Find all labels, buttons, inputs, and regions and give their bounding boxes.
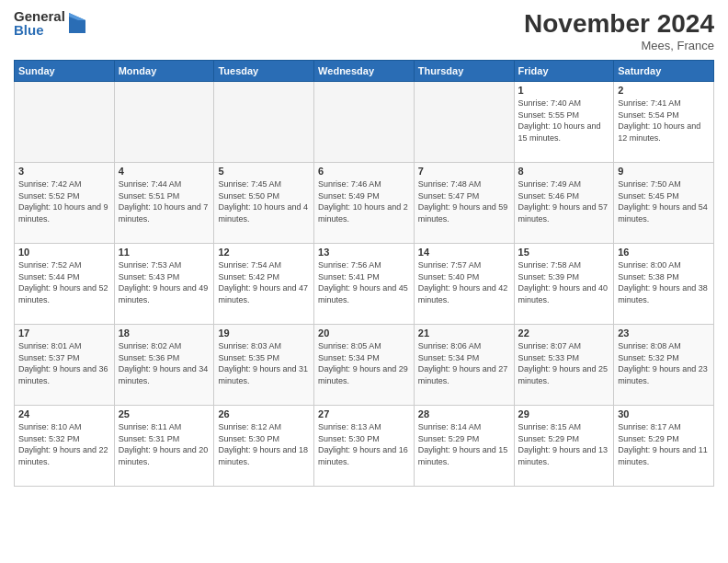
day-number: 2 <box>618 85 710 96</box>
day-info: Sunrise: 8:00 AMSunset: 5:38 PMDaylight:… <box>618 259 710 305</box>
logo-general: General <box>14 9 65 23</box>
calendar-cell: 5Sunrise: 7:45 AMSunset: 5:50 PMDaylight… <box>214 163 314 244</box>
calendar-cell: 27Sunrise: 8:13 AMSunset: 5:30 PMDayligh… <box>314 406 415 487</box>
day-number: 5 <box>218 166 310 177</box>
header-friday: Friday <box>514 61 614 82</box>
calendar-cell: 8Sunrise: 7:49 AMSunset: 5:46 PMDaylight… <box>514 163 614 244</box>
day-info: Sunrise: 8:15 AMSunset: 5:29 PMDaylight:… <box>518 421 610 467</box>
calendar-cell <box>15 82 115 163</box>
calendar-cell: 6Sunrise: 7:46 AMSunset: 5:49 PMDaylight… <box>314 163 415 244</box>
day-info: Sunrise: 7:52 AMSunset: 5:44 PMDaylight:… <box>18 259 110 305</box>
day-number: 20 <box>318 327 410 339</box>
day-number: 15 <box>518 247 610 258</box>
calendar-cell <box>414 82 514 163</box>
calendar-cell: 23Sunrise: 8:08 AMSunset: 5:32 PMDayligh… <box>614 325 714 406</box>
day-number: 28 <box>418 408 510 419</box>
header-wednesday: Wednesday <box>314 61 415 82</box>
calendar-cell: 24Sunrise: 8:10 AMSunset: 5:32 PMDayligh… <box>15 406 115 487</box>
day-info: Sunrise: 8:02 AMSunset: 5:36 PMDaylight:… <box>119 340 210 386</box>
day-info: Sunrise: 8:11 AMSunset: 5:31 PMDaylight:… <box>119 421 210 467</box>
calendar-cell: 15Sunrise: 7:58 AMSunset: 5:39 PMDayligh… <box>514 244 614 325</box>
day-info: Sunrise: 7:56 AMSunset: 5:41 PMDaylight:… <box>318 259 410 305</box>
calendar-cell: 1Sunrise: 7:40 AMSunset: 5:55 PMDaylight… <box>514 82 614 163</box>
calendar-cell: 11Sunrise: 7:53 AMSunset: 5:43 PMDayligh… <box>114 244 214 325</box>
calendar-cell: 4Sunrise: 7:44 AMSunset: 5:51 PMDaylight… <box>114 163 214 244</box>
logo-blue: Blue <box>14 23 65 37</box>
header-thursday: Thursday <box>414 61 514 82</box>
calendar-table: Sunday Monday Tuesday Wednesday Thursday… <box>14 60 714 487</box>
day-number: 25 <box>119 408 210 419</box>
day-info: Sunrise: 8:14 AMSunset: 5:29 PMDaylight:… <box>418 421 510 467</box>
day-number: 22 <box>518 327 610 339</box>
calendar-cell: 12Sunrise: 7:54 AMSunset: 5:42 PMDayligh… <box>214 244 314 325</box>
calendar-cell: 22Sunrise: 8:07 AMSunset: 5:33 PMDayligh… <box>514 325 614 406</box>
day-number: 29 <box>518 408 610 419</box>
day-info: Sunrise: 8:07 AMSunset: 5:33 PMDaylight:… <box>518 340 610 386</box>
day-number: 11 <box>119 247 210 258</box>
calendar-cell: 28Sunrise: 8:14 AMSunset: 5:29 PMDayligh… <box>414 406 514 487</box>
calendar-cell <box>114 82 214 163</box>
day-info: Sunrise: 8:08 AMSunset: 5:32 PMDaylight:… <box>618 340 710 386</box>
calendar-cell: 29Sunrise: 8:15 AMSunset: 5:29 PMDayligh… <box>514 406 614 487</box>
logo: General Blue <box>14 9 85 37</box>
week-row-2: 10Sunrise: 7:52 AMSunset: 5:44 PMDayligh… <box>15 244 714 325</box>
day-number: 10 <box>18 247 110 258</box>
day-number: 13 <box>318 247 410 258</box>
day-info: Sunrise: 7:44 AMSunset: 5:51 PMDaylight:… <box>119 178 210 224</box>
day-info: Sunrise: 7:41 AMSunset: 5:54 PMDaylight:… <box>618 98 710 144</box>
logo-text: General Blue <box>14 9 65 37</box>
day-number: 6 <box>318 166 410 177</box>
day-info: Sunrise: 8:05 AMSunset: 5:34 PMDaylight:… <box>318 340 410 386</box>
day-number: 17 <box>18 327 110 339</box>
day-number: 4 <box>119 166 210 177</box>
day-info: Sunrise: 8:03 AMSunset: 5:35 PMDaylight:… <box>218 340 310 386</box>
day-number: 7 <box>418 166 510 177</box>
day-number: 26 <box>218 408 310 419</box>
day-info: Sunrise: 7:54 AMSunset: 5:42 PMDaylight:… <box>218 259 310 305</box>
calendar-header-row: Sunday Monday Tuesday Wednesday Thursday… <box>15 61 714 82</box>
calendar-cell: 21Sunrise: 8:06 AMSunset: 5:34 PMDayligh… <box>414 325 514 406</box>
day-number: 19 <box>218 327 310 339</box>
day-info: Sunrise: 7:49 AMSunset: 5:46 PMDaylight:… <box>518 178 610 224</box>
day-number: 24 <box>18 408 110 419</box>
calendar-cell: 10Sunrise: 7:52 AMSunset: 5:44 PMDayligh… <box>15 244 115 325</box>
header-saturday: Saturday <box>614 61 714 82</box>
day-number: 21 <box>418 327 510 339</box>
week-row-3: 17Sunrise: 8:01 AMSunset: 5:37 PMDayligh… <box>15 325 714 406</box>
logo-icon <box>69 13 85 33</box>
calendar-cell: 18Sunrise: 8:02 AMSunset: 5:36 PMDayligh… <box>114 325 214 406</box>
title-block: November 2024 Mees, France <box>524 9 714 52</box>
day-info: Sunrise: 7:42 AMSunset: 5:52 PMDaylight:… <box>18 178 110 224</box>
day-info: Sunrise: 8:10 AMSunset: 5:32 PMDaylight:… <box>18 421 110 467</box>
day-info: Sunrise: 7:40 AMSunset: 5:55 PMDaylight:… <box>518 98 610 144</box>
calendar-cell <box>314 82 415 163</box>
calendar-cell: 20Sunrise: 8:05 AMSunset: 5:34 PMDayligh… <box>314 325 415 406</box>
location: Mees, France <box>524 39 714 52</box>
calendar-cell: 14Sunrise: 7:57 AMSunset: 5:40 PMDayligh… <box>414 244 514 325</box>
day-info: Sunrise: 7:58 AMSunset: 5:39 PMDaylight:… <box>518 259 610 305</box>
day-number: 16 <box>618 247 710 258</box>
day-number: 8 <box>518 166 610 177</box>
day-number: 27 <box>318 408 410 419</box>
header-monday: Monday <box>114 61 214 82</box>
day-number: 9 <box>618 166 710 177</box>
calendar-cell: 25Sunrise: 8:11 AMSunset: 5:31 PMDayligh… <box>114 406 214 487</box>
day-number: 23 <box>618 327 710 339</box>
calendar-cell: 26Sunrise: 8:12 AMSunset: 5:30 PMDayligh… <box>214 406 314 487</box>
day-info: Sunrise: 8:12 AMSunset: 5:30 PMDaylight:… <box>218 421 310 467</box>
week-row-1: 3Sunrise: 7:42 AMSunset: 5:52 PMDaylight… <box>15 163 714 244</box>
calendar-cell: 9Sunrise: 7:50 AMSunset: 5:45 PMDaylight… <box>614 163 714 244</box>
calendar-cell: 17Sunrise: 8:01 AMSunset: 5:37 PMDayligh… <box>15 325 115 406</box>
day-number: 30 <box>618 408 710 419</box>
day-info: Sunrise: 7:53 AMSunset: 5:43 PMDaylight:… <box>119 259 210 305</box>
page-header: General Blue November 2024 Mees, France <box>14 9 714 52</box>
day-info: Sunrise: 8:01 AMSunset: 5:37 PMDaylight:… <box>18 340 110 386</box>
calendar-cell: 13Sunrise: 7:56 AMSunset: 5:41 PMDayligh… <box>314 244 415 325</box>
day-info: Sunrise: 7:50 AMSunset: 5:45 PMDaylight:… <box>618 178 710 224</box>
calendar-cell: 16Sunrise: 8:00 AMSunset: 5:38 PMDayligh… <box>614 244 714 325</box>
calendar-cell: 7Sunrise: 7:48 AMSunset: 5:47 PMDaylight… <box>414 163 514 244</box>
day-info: Sunrise: 7:57 AMSunset: 5:40 PMDaylight:… <box>418 259 510 305</box>
day-info: Sunrise: 8:17 AMSunset: 5:29 PMDaylight:… <box>618 421 710 467</box>
calendar-cell: 3Sunrise: 7:42 AMSunset: 5:52 PMDaylight… <box>15 163 115 244</box>
day-info: Sunrise: 7:48 AMSunset: 5:47 PMDaylight:… <box>418 178 510 224</box>
